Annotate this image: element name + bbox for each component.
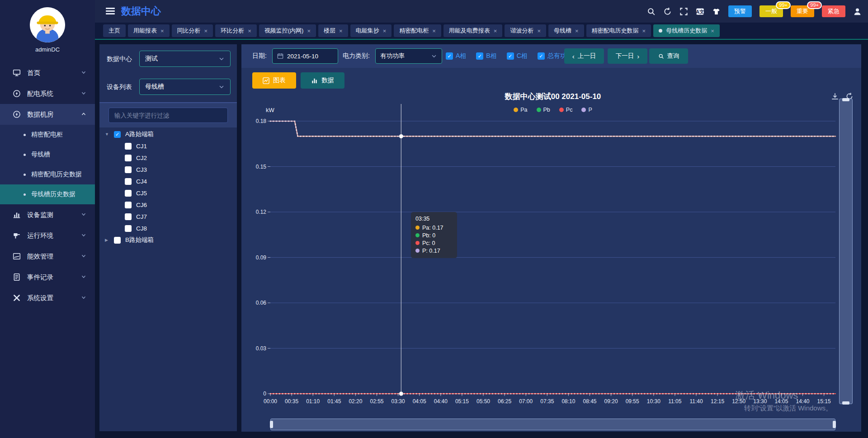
search-icon[interactable] xyxy=(647,7,656,16)
datacenter-select[interactable]: 测试 xyxy=(139,51,231,67)
tree-node-B路始端箱[interactable]: ▶B路始端箱 xyxy=(99,234,237,246)
checkbox[interactable] xyxy=(114,237,121,244)
tab-母线槽[interactable]: 母线槽× xyxy=(548,24,584,37)
tree-leaf-CJ7[interactable]: CJ7 xyxy=(99,211,237,222)
tree-leaf-CJ6[interactable]: CJ6 xyxy=(99,199,237,211)
tab-精密配电历史数据[interactable]: 精密配电历史数据× xyxy=(586,24,651,37)
checkbox[interactable]: ✓ xyxy=(476,52,483,60)
x-datazoom-slider[interactable] xyxy=(270,419,835,430)
checkbox[interactable]: ✓ xyxy=(114,131,121,138)
sidebar-item-配电系统[interactable]: 配电系统 xyxy=(0,83,95,104)
user-icon[interactable] xyxy=(853,7,862,16)
tab-用能及电费报表[interactable]: 用能及电费报表× xyxy=(443,24,503,37)
sidebar-collapse-icon[interactable] xyxy=(106,8,115,16)
tree-leaf-CJ3[interactable]: CJ3 xyxy=(99,164,237,175)
phase-checkbox-B相[interactable]: ✓B相 xyxy=(476,52,496,60)
tab-close-icon[interactable]: × xyxy=(383,28,387,34)
slider-left-handle[interactable] xyxy=(270,421,273,428)
phase-checkbox-C相[interactable]: ✓C相 xyxy=(507,52,528,60)
checkbox[interactable] xyxy=(125,225,132,232)
sidebar-subitem-母线槽历史数据[interactable]: 母线槽历史数据 xyxy=(0,184,95,204)
tab-视频监控(内网)[interactable]: 视频监控(内网)× xyxy=(259,24,316,37)
alarm-button-预警[interactable]: 预警 xyxy=(728,5,752,17)
tab-close-icon[interactable]: × xyxy=(575,28,579,34)
tree-node-A路始端箱[interactable]: ▼✓A路始端箱 xyxy=(99,128,237,140)
tab-close-icon[interactable]: × xyxy=(307,28,311,34)
checkbox[interactable]: ✓ xyxy=(507,52,514,60)
checkbox[interactable] xyxy=(125,166,132,173)
svg-text:05:15: 05:15 xyxy=(455,398,469,405)
checkbox[interactable] xyxy=(125,143,132,150)
slider-right-handle[interactable] xyxy=(833,421,836,428)
refresh-icon[interactable] xyxy=(663,7,672,16)
checkbox[interactable]: ✓ xyxy=(538,52,545,60)
caret-collapsed-icon[interactable]: ▶ xyxy=(105,238,110,242)
tab-精密配电柜[interactable]: 精密配电柜× xyxy=(394,24,441,37)
fullscreen-icon[interactable] xyxy=(679,7,688,16)
tab-close-icon[interactable]: × xyxy=(204,28,208,34)
tab-close-icon[interactable]: × xyxy=(537,28,541,34)
tab-用能报表[interactable]: 用能报表× xyxy=(128,24,170,37)
svg-text:11:40: 11:40 xyxy=(689,398,703,405)
phase-checkbox-A相[interactable]: ✓A相 xyxy=(446,52,466,60)
translate-icon[interactable]: A文 xyxy=(696,7,704,16)
slider-top-handle[interactable] xyxy=(842,98,849,101)
tab-谐波分析[interactable]: 谐波分析× xyxy=(505,24,546,37)
y-datazoom-slider[interactable] xyxy=(839,99,853,404)
checkbox[interactable] xyxy=(125,190,132,197)
sidebar-subitem-母线槽[interactable]: 母线槽 xyxy=(0,145,95,165)
tab-电能集抄[interactable]: 电能集抄× xyxy=(350,24,392,37)
slider-bottom-handle[interactable] xyxy=(842,401,849,405)
tab-close-icon[interactable]: × xyxy=(339,28,343,34)
tab-close-icon[interactable]: × xyxy=(711,28,714,34)
query-button[interactable]: 查询 xyxy=(649,48,688,64)
user-icon xyxy=(853,7,862,16)
chart-view-button[interactable]: 图表 xyxy=(252,72,296,89)
caret-expanded-icon[interactable]: ▼ xyxy=(105,132,110,137)
device-list-select[interactable]: 母线槽 xyxy=(139,79,231,95)
checkbox[interactable]: ✓ xyxy=(446,52,453,60)
sidebar-item-能效管理[interactable]: 能效管理 xyxy=(0,246,95,267)
tab-close-icon[interactable]: × xyxy=(642,28,646,34)
tab-同比分析[interactable]: 同比分析× xyxy=(172,24,213,37)
alarm-button-紧急[interactable]: 紧急 xyxy=(822,5,845,17)
sidebar-item-首页[interactable]: 首页 xyxy=(0,62,95,83)
tab-close-icon[interactable]: × xyxy=(248,28,251,34)
tree-leaf-CJ4[interactable]: CJ4 xyxy=(99,175,237,187)
sidebar-item-数据机房[interactable]: 数据机房 xyxy=(0,104,95,125)
tree-leaf-CJ5[interactable]: CJ5 xyxy=(99,187,237,199)
tab-环比分析[interactable]: 环比分析× xyxy=(215,24,257,37)
sidebar-subitem-精密配电历史数据[interactable]: 精密配电历史数据 xyxy=(0,165,95,184)
tab-楼层[interactable]: 楼层× xyxy=(318,24,348,37)
tab-close-icon[interactable]: × xyxy=(494,28,497,34)
checkbox[interactable] xyxy=(125,213,132,220)
tab-主页[interactable]: 主页 xyxy=(103,24,126,37)
download-icon[interactable] xyxy=(831,92,839,100)
tree-leaf-CJ2[interactable]: CJ2 xyxy=(99,152,237,164)
avatar[interactable] xyxy=(30,7,65,42)
theme-shirt-icon[interactable] xyxy=(712,7,721,16)
sidebar-subitem-精密配电柜[interactable]: 精密配电柜 xyxy=(0,125,95,145)
svg-text:07:00: 07:00 xyxy=(519,398,533,405)
prev-day-button[interactable]: ‹ 上一日 xyxy=(564,48,604,64)
next-day-button[interactable]: 下一日 › xyxy=(608,48,647,64)
tab-close-icon[interactable]: × xyxy=(432,28,436,34)
tree-filter-input[interactable] xyxy=(108,108,228,123)
checkbox[interactable] xyxy=(125,155,132,161)
power-type-select[interactable]: 有功功率 xyxy=(375,48,442,64)
bullet-dot xyxy=(24,134,26,136)
sidebar-item-系统设置[interactable]: 系统设置 xyxy=(0,287,95,308)
data-view-button[interactable]: 数据 xyxy=(301,72,344,89)
sidebar-item-事件记录[interactable]: 事件记录 xyxy=(0,267,95,287)
tree-leaf-CJ8[interactable]: CJ8 xyxy=(99,222,237,234)
line-chart[interactable]: 00.030.060.090.120.150.1800:0000:3501:10… xyxy=(253,104,854,420)
alarm-wrap-0: 预警 xyxy=(728,5,752,17)
tab-close-icon[interactable]: × xyxy=(160,28,164,34)
checkbox[interactable] xyxy=(125,178,132,185)
tree-leaf-CJ1[interactable]: CJ1 xyxy=(99,140,237,152)
date-input[interactable]: 2021-05-10 xyxy=(272,48,338,64)
tab-母线槽历史数据[interactable]: 母线槽历史数据× xyxy=(653,24,720,37)
sidebar-item-设备监测[interactable]: 设备监测 xyxy=(0,204,95,225)
checkbox[interactable] xyxy=(125,202,132,208)
sidebar-item-运行环境[interactable]: 运行环境 xyxy=(0,225,95,246)
